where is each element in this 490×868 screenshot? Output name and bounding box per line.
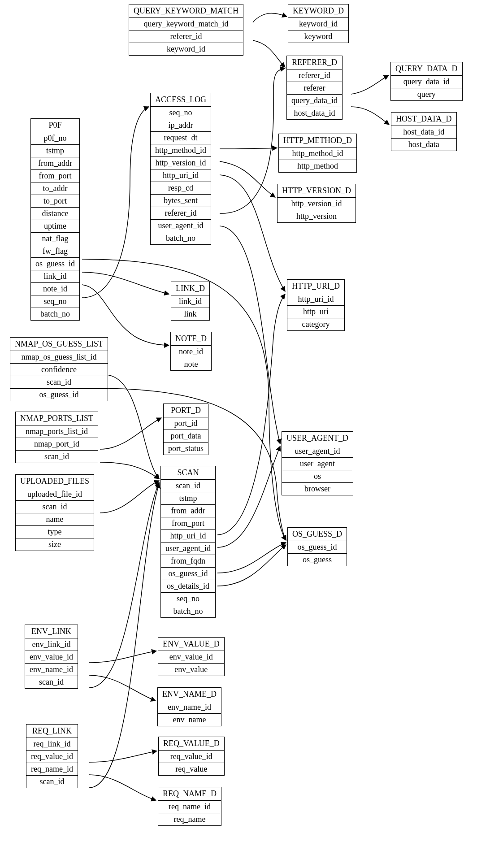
table-field: batch_no: [31, 308, 79, 320]
table-field: http_version_id: [278, 198, 356, 210]
table-field: keyword: [288, 30, 348, 43]
table-field: env_name_id: [158, 701, 221, 714]
table-field: http_uri_id: [161, 530, 215, 542]
table-referer_d: REFERER_Dreferer_idrefererquery_data_idh…: [286, 56, 343, 120]
table-field: port_id: [164, 417, 208, 430]
table-field: category: [287, 318, 344, 330]
table-field: to_port: [31, 195, 79, 208]
edge-arrow: [106, 375, 159, 479]
table-name-env_link: ENV_LINK: [25, 625, 78, 638]
edge-arrow: [89, 483, 159, 788]
table-field: from_port: [31, 170, 79, 182]
table-field: scan_id: [10, 376, 108, 389]
table-field: os_guess_id: [161, 568, 215, 580]
table-req_name_d: REQ_NAME_Dreq_name_idreq_name: [158, 787, 221, 826]
table-field: keyword_id: [288, 18, 348, 30]
table-name-link_d: LINK_D: [171, 282, 209, 295]
table-field: seq_no: [151, 107, 211, 119]
edge-arrow: [351, 107, 389, 125]
edge-arrow: [82, 285, 169, 345]
table-name-query_keyword_match: QUERY_KEYWORD_MATCH: [129, 4, 243, 18]
table-name-uploaded_files: UPLOADED_FILES: [16, 475, 94, 488]
table-field: resp_cd: [151, 182, 211, 195]
table-field: env_value_id: [158, 651, 224, 664]
edge-arrow: [89, 775, 156, 800]
table-name-host_data_d: HOST_DATA_D: [391, 113, 456, 126]
table-uploaded_files: UPLOADED_FILESuploaded_file_idscan_idnam…: [15, 474, 94, 551]
table-field: nmap_ports_list_id: [16, 425, 98, 438]
table-field: from_addr: [161, 505, 215, 517]
edge-arrow: [100, 481, 159, 513]
table-name-note_d: NOTE_D: [171, 332, 211, 346]
table-name-env_name_d: ENV_NAME_D: [158, 688, 221, 701]
table-p0f: P0Fp0f_notstmpfrom_addrfrom_portto_addrt…: [30, 118, 80, 321]
table-field: tstmp: [161, 492, 215, 505]
table-field: os_guess_id: [31, 258, 79, 270]
table-field: from_fqdn: [161, 555, 215, 568]
table-field: browser: [282, 483, 353, 495]
table-field: os_guess_id: [10, 389, 108, 401]
table-note_d: NOTE_Dnote_idnote: [170, 332, 212, 371]
table-field: query: [391, 88, 462, 100]
table-field: scan_id: [25, 676, 78, 688]
edge-arrow: [217, 446, 280, 547]
table-field: host_data: [391, 139, 456, 151]
table-field: env_value_id: [25, 651, 78, 664]
table-name-p0f: P0F: [31, 119, 79, 132]
table-field: http_uri_id: [287, 293, 344, 306]
table-name-os_guess_d: OS_GUESS_D: [288, 528, 347, 541]
table-port_d: PORT_Dport_idport_dataport_status: [163, 404, 208, 455]
table-field: os_guess: [288, 554, 347, 566]
table-field: from_port: [161, 517, 215, 530]
table-query_data_d: QUERY_DATA_Dquery_data_idquery: [390, 62, 463, 101]
table-field: req_name: [158, 813, 221, 825]
table-field: referer: [287, 82, 342, 95]
table-field: bytes_sent: [151, 195, 211, 207]
table-http_method_d: HTTP_METHOD_Dhttp_method_idhttp_method: [278, 134, 357, 173]
table-host_data_d: HOST_DATA_Dhost_data_idhost_data: [391, 112, 457, 151]
table-field: http_version_id: [151, 157, 211, 169]
table-field: req_link_id: [26, 738, 78, 751]
table-field: uploaded_file_id: [16, 488, 94, 501]
table-query_keyword_match: QUERY_KEYWORD_MATCHquery_keyword_match_i…: [129, 4, 243, 56]
table-field: http_method_id: [151, 144, 211, 157]
table-field: note_id: [171, 346, 211, 358]
edge-arrow: [253, 40, 285, 67]
table-req_value_d: REQ_VALUE_Dreq_value_idreq_value: [158, 737, 225, 776]
table-field: request_dt: [151, 132, 211, 144]
table-field: nmap_os_guess_list_id: [10, 351, 108, 364]
table-field: req_value_id: [159, 751, 224, 763]
table-name-env_value_d: ENV_VALUE_D: [158, 638, 224, 651]
table-field: scan_id: [16, 451, 98, 463]
table-field: user_agent_id: [161, 542, 215, 555]
table-field: user_agent: [282, 458, 353, 470]
edge-arrow: [217, 542, 286, 573]
edge-arrow: [89, 675, 156, 701]
table-field: http_uri: [287, 306, 344, 318]
table-field: keyword_id: [129, 43, 243, 55]
table-name-nmap_os_guess_list: NMAP_OS_GUESS_LIST: [10, 338, 108, 351]
edge-arrow: [89, 651, 156, 663]
table-field: scan_id: [26, 776, 78, 788]
table-http_version_d: HTTP_VERSION_Dhttp_version_idhttp_versio…: [277, 184, 356, 223]
table-field: nmap_port_id: [16, 438, 98, 451]
table-field: http_uri_id: [151, 169, 211, 182]
table-name-scan: SCAN: [161, 466, 215, 480]
table-name-port_d: PORT_D: [164, 404, 208, 417]
table-name-access_log: ACCESS_LOG: [151, 93, 211, 107]
table-name-referer_d: REFERER_D: [287, 56, 342, 69]
table-field: os: [282, 470, 353, 483]
table-env_name_d: ENV_NAME_Denv_name_idenv_name: [157, 687, 221, 726]
table-name-query_data_d: QUERY_DATA_D: [391, 62, 462, 76]
edge-arrow: [100, 418, 161, 449]
table-name-nmap_ports_list: NMAP_PORTS_LIST: [16, 412, 98, 425]
table-keyword_d: KEYWORD_Dkeyword_idkeyword: [288, 4, 349, 43]
table-link_d: LINK_Dlink_idlink: [171, 282, 210, 321]
table-field: http_method_id: [279, 148, 356, 160]
table-field: referer_id: [287, 69, 342, 82]
table-field: req_name_id: [158, 801, 221, 813]
table-field: note_id: [31, 283, 79, 295]
table-env_link: ENV_LINKenv_link_idenv_value_idenv_name_…: [25, 625, 78, 689]
table-nmap_ports_list: NMAP_PORTS_LISTnmap_ports_list_idnmap_po…: [15, 412, 98, 463]
table-field: confidence: [10, 364, 108, 376]
